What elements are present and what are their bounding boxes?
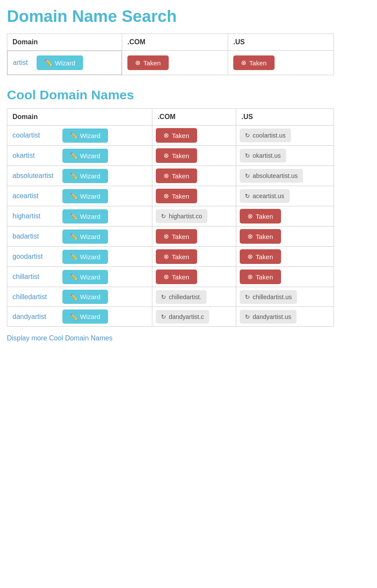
- cool-domain-cell: chillartist ✏️ Wizard: [7, 267, 152, 287]
- cool-wizard-cell: ✏️ Wizard: [59, 187, 152, 206]
- taken-icon: ⊗: [164, 132, 169, 139]
- cool-domain-name: chillartist: [7, 267, 59, 287]
- cool-col-domain: Domain: [7, 109, 152, 126]
- cool-com-taken-button[interactable]: ⊗ Taken: [156, 229, 197, 244]
- cool-us-cell: ⊗ Taken: [236, 227, 334, 247]
- cool-com-cell: ⊗ Taken: [152, 166, 236, 186]
- cool-domain-name: coolartist: [7, 126, 59, 145]
- cool-us-taken-button[interactable]: ⊗ Taken: [240, 229, 281, 244]
- cool-com-cell: ⊗ Taken: [152, 146, 236, 166]
- cool-com-checking-button[interactable]: ↻ dandyartist.c: [156, 310, 209, 324]
- cool-wizard-cell: ✏️ Wizard: [59, 267, 152, 287]
- taken-icon: ⊗: [164, 253, 169, 260]
- cool-com-taken-button[interactable]: ⊗ Taken: [156, 189, 197, 203]
- taken-icon: ⊗: [164, 152, 169, 159]
- cool-table-row: dandyartist ✏️ Wizard ↻ dandyartist.c ↻ …: [7, 307, 334, 327]
- search-com-cell: ⊗ Taken: [122, 51, 228, 75]
- taken-icon: ⊗: [164, 172, 169, 180]
- cool-com-checking-button[interactable]: ↻ chilledartist.: [156, 290, 207, 304]
- cool-wizard-cell: ✏️ Wizard: [59, 146, 152, 165]
- cool-us-taken-button[interactable]: ⊗ Taken: [240, 249, 281, 264]
- search-wizard-button[interactable]: ✏️ Wizard: [37, 55, 83, 70]
- cool-domain-name: highartist: [7, 207, 59, 226]
- search-com-taken-button[interactable]: ⊗ Taken: [127, 55, 169, 70]
- cool-section-title: Cool Domain Names: [7, 87, 370, 102]
- cool-com-checking-button[interactable]: ↻ highartist.co: [156, 209, 207, 223]
- cool-us-checking-button[interactable]: ↻ okartist.us: [240, 149, 286, 162]
- cool-com-cell: ⊗ Taken: [152, 126, 236, 146]
- cool-wizard-cell: ✏️ Wizard: [59, 166, 152, 186]
- cool-us-taken-button[interactable]: ⊗ Taken: [240, 209, 281, 224]
- spin-icon: ↻: [245, 193, 250, 199]
- cool-wizard-cell: ✏️ Wizard: [59, 126, 152, 145]
- cool-us-checking-button[interactable]: ↻ absoluteartist.us: [240, 169, 303, 183]
- cool-us-cell: ↻ coolartist.us: [236, 126, 334, 146]
- cool-table-row: coolartist ✏️ Wizard ⊗ Taken ↻ coolartis…: [7, 126, 334, 146]
- spin-icon: ↻: [245, 313, 250, 320]
- cool-wizard-button[interactable]: ✏️ Wizard: [62, 189, 108, 203]
- cool-com-cell: ⊗ Taken: [152, 267, 236, 287]
- cool-com-cell: ⊗ Taken: [152, 186, 236, 206]
- cool-domain-cell: aceartist ✏️ Wizard: [7, 186, 152, 206]
- cool-domain-name: aceartist: [7, 187, 59, 206]
- wizard-icon: ✏️: [70, 294, 77, 300]
- cool-table-row: badartist ✏️ Wizard ⊗ Taken ⊗ Taken: [7, 227, 334, 247]
- cool-col-com: .COM: [152, 109, 236, 126]
- spin-icon: ↻: [245, 172, 250, 179]
- wizard-icon: ✏️: [70, 172, 77, 179]
- cool-table-row: highartist ✏️ Wizard ↻ highartist.co ⊗ T…: [7, 206, 334, 227]
- wizard-icon: ✏️: [70, 313, 77, 320]
- cool-us-cell: ⊗ Taken: [236, 247, 334, 267]
- search-us-taken-button[interactable]: ⊗ Taken: [233, 55, 275, 70]
- wizard-icon: ✏️: [44, 59, 53, 67]
- taken-icon: ⊗: [241, 59, 247, 67]
- cool-wizard-button[interactable]: ✏️ Wizard: [62, 209, 108, 224]
- cool-wizard-button[interactable]: ✏️ Wizard: [62, 270, 108, 284]
- cool-us-checking-button[interactable]: ↻ coolartist.us: [240, 129, 291, 142]
- spin-icon: ↻: [245, 294, 250, 300]
- cool-us-checking-button[interactable]: ↻ chilledartist.us: [240, 290, 297, 304]
- cool-wizard-cell: ✏️ Wizard: [59, 227, 152, 246]
- cool-com-taken-button[interactable]: ⊗ Taken: [156, 148, 197, 163]
- cool-wizard-button[interactable]: ✏️ Wizard: [62, 169, 108, 183]
- cool-wizard-button[interactable]: ✏️ Wizard: [62, 290, 108, 304]
- cool-wizard-button[interactable]: ✏️ Wizard: [62, 250, 108, 264]
- spin-icon: ↻: [245, 152, 250, 159]
- cool-domain-cell: chilledartist ✏️ Wizard: [7, 287, 152, 307]
- cool-com-taken-button[interactable]: ⊗ Taken: [156, 249, 197, 264]
- wizard-icon: ✏️: [70, 152, 77, 159]
- page-title: Domain Name Search: [7, 7, 370, 26]
- wizard-icon: ✏️: [70, 233, 77, 240]
- wizard-icon: ✏️: [70, 273, 77, 280]
- cool-com-taken-button[interactable]: ⊗ Taken: [156, 168, 197, 183]
- cool-us-cell: ↻ dandyartist.us: [236, 307, 334, 327]
- taken-icon: ⊗: [247, 212, 253, 220]
- cool-wizard-button[interactable]: ✏️ Wizard: [62, 309, 108, 324]
- search-domain-name: artist ✏️ Wizard: [7, 51, 122, 75]
- cool-us-taken-button[interactable]: ⊗ Taken: [240, 270, 281, 284]
- cool-table-body: coolartist ✏️ Wizard ⊗ Taken ↻ coolartis…: [7, 126, 334, 327]
- cool-com-taken-button[interactable]: ⊗ Taken: [156, 270, 197, 284]
- taken-icon: ⊗: [247, 253, 253, 260]
- cool-wizard-cell: ✏️ Wizard: [59, 307, 152, 326]
- spin-icon: ↻: [161, 294, 166, 300]
- cool-wizard-button[interactable]: ✏️ Wizard: [62, 149, 108, 163]
- taken-icon: ⊗: [164, 273, 169, 281]
- cool-table-row: aceartist ✏️ Wizard ⊗ Taken ↻ aceartist.…: [7, 186, 334, 206]
- search-row-artist: artist ✏️ Wizard ⊗ Taken ⊗ Taken: [7, 51, 334, 75]
- display-more-link[interactable]: Display more Cool Domain Names: [7, 334, 112, 342]
- cool-us-cell: ↻ absoluteartist.us: [236, 166, 334, 186]
- cool-wizard-button[interactable]: ✏️ Wizard: [62, 129, 108, 143]
- taken-icon: ⊗: [247, 233, 253, 240]
- cool-com-taken-button[interactable]: ⊗ Taken: [156, 128, 197, 143]
- cool-wizard-button[interactable]: ✏️ Wizard: [62, 230, 108, 244]
- cool-table-row: okartist ✏️ Wizard ⊗ Taken ↻ okartist.us: [7, 146, 334, 166]
- cool-us-checking-button[interactable]: ↻ dandyartist.us: [240, 310, 297, 324]
- search-table: Domain .COM .US artist ✏️ Wizard ⊗ Taken…: [7, 34, 334, 75]
- cool-domain-cell: coolartist ✏️ Wizard: [7, 126, 152, 146]
- taken-icon: ⊗: [135, 59, 141, 67]
- cool-domain-name: dandyartist: [7, 307, 59, 326]
- cool-us-checking-button[interactable]: ↻ aceartist.us: [240, 189, 290, 203]
- taken-icon: ⊗: [247, 273, 253, 281]
- cool-wizard-cell: ✏️ Wizard: [59, 247, 152, 266]
